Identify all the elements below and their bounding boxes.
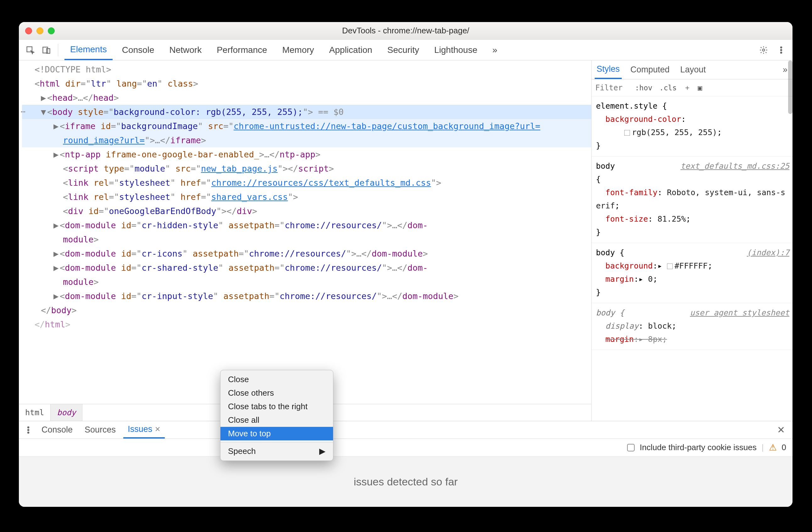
close-window-icon[interactable] bbox=[25, 27, 32, 34]
tab-application[interactable]: Application bbox=[323, 40, 378, 60]
crumb-html[interactable]: html bbox=[19, 404, 50, 421]
menu-separator bbox=[220, 442, 333, 443]
submenu-arrow-icon: ▶ bbox=[319, 446, 325, 456]
titlebar: DevTools - chrome://new-tab-page/ bbox=[19, 22, 793, 40]
menu-item-close[interactable]: Close bbox=[220, 373, 333, 386]
device-toggle-icon[interactable] bbox=[40, 43, 54, 57]
tab-elements[interactable]: Elements bbox=[64, 40, 113, 60]
dom-dm2[interactable]: ▶<dom-module id="cr-icons" assetpath="ch… bbox=[22, 247, 591, 261]
svg-point-4 bbox=[781, 46, 782, 48]
svg-point-6 bbox=[781, 52, 782, 53]
dom-dm4[interactable]: ▶<dom-module id="cr-input-style" assetpa… bbox=[22, 289, 591, 303]
svg-rect-1 bbox=[43, 47, 47, 53]
drawer-close-icon[interactable]: ✕ bbox=[773, 424, 789, 435]
svg-point-7 bbox=[28, 426, 29, 428]
issues-body: issues detected so far bbox=[19, 457, 793, 507]
zoom-window-icon[interactable] bbox=[48, 27, 55, 34]
devtools-window: DevTools - chrome://new-tab-page/ Elemen… bbox=[19, 22, 793, 507]
gear-icon[interactable] bbox=[757, 43, 770, 57]
dom-tree[interactable]: <!DOCTYPE html> <html dir="ltr" lang="en… bbox=[19, 60, 591, 404]
rule-element-style[interactable]: element.style { background-color: rgb(25… bbox=[592, 96, 793, 156]
hov-toggle[interactable]: :hov bbox=[634, 84, 653, 92]
tab-lighthouse[interactable]: Lighthouse bbox=[429, 40, 483, 60]
issues-message: issues detected so far bbox=[354, 476, 458, 488]
drawer-tab-console[interactable]: Console bbox=[37, 421, 77, 438]
drawer-tabs: Console Sources Issues✕ ✕ bbox=[19, 421, 793, 439]
drawer-tab-issues[interactable]: Issues✕ bbox=[123, 421, 165, 438]
styles-tab-computed[interactable]: Computed bbox=[629, 60, 672, 79]
scrollbar[interactable] bbox=[788, 60, 793, 114]
issues-warning-icon[interactable]: ⚠ bbox=[769, 442, 777, 453]
rule-body-ua[interactable]: user agent stylesheet body { display: bl… bbox=[592, 303, 793, 350]
dom-body-selected[interactable]: ⋯▼<body style="background-color: rgb(255… bbox=[22, 105, 591, 119]
menu-item-speech[interactable]: Speech▶ bbox=[220, 445, 333, 458]
svg-point-9 bbox=[28, 432, 29, 433]
dom-iframe[interactable]: ▶<iframe id="backgroundImage" src="chrom… bbox=[22, 119, 591, 133]
cls-toggle[interactable]: .cls bbox=[658, 84, 678, 92]
dom-script[interactable]: <script type="module" src="new_tab_page.… bbox=[22, 162, 591, 176]
dom-div[interactable]: <div id="oneGoogleBarEndOfBody"></div> bbox=[22, 204, 591, 218]
kebab-menu-icon[interactable] bbox=[774, 43, 788, 57]
panel-tabs: Elements Console Network Performance Mem… bbox=[64, 40, 503, 60]
tab-performance[interactable]: Performance bbox=[211, 40, 273, 60]
styles-filter-bar: :hov .cls ＋ ▣ bbox=[592, 79, 793, 96]
tab-console[interactable]: Console bbox=[116, 40, 160, 60]
crumb-body[interactable]: body bbox=[50, 404, 83, 421]
menu-item-close-all[interactable]: Close all bbox=[220, 413, 333, 427]
context-menu: Close Close others Close tabs to the rig… bbox=[220, 370, 333, 461]
dom-html-close[interactable]: </html> bbox=[22, 317, 591, 332]
svg-point-8 bbox=[28, 429, 29, 430]
window-title: DevTools - chrome://new-tab-page/ bbox=[342, 26, 469, 36]
tab-more[interactable]: » bbox=[487, 40, 503, 60]
dom-ntp-app[interactable]: ▶<ntp-app iframe-one-google-bar-enabled_… bbox=[22, 147, 591, 162]
styles-tab-styles[interactable]: Styles bbox=[595, 60, 622, 79]
separator bbox=[58, 44, 58, 56]
drawer-tab-sources[interactable]: Sources bbox=[80, 421, 120, 438]
svg-point-5 bbox=[781, 49, 782, 51]
styles-panel: Styles Computed Layout » :hov .cls ＋ ▣ e… bbox=[591, 60, 793, 421]
menu-item-move-top[interactable]: Move to top bbox=[220, 427, 333, 440]
main-toolbar: Elements Console Network Performance Mem… bbox=[19, 40, 793, 60]
dom-doctype[interactable]: <!DOCTYPE html> bbox=[22, 62, 591, 76]
issues-count: 0 bbox=[782, 443, 786, 452]
rule-body-md[interactable]: text_defaults_md.css:25 body{ font-famil… bbox=[592, 156, 793, 243]
svg-point-3 bbox=[763, 49, 765, 51]
styles-tab-layout[interactable]: Layout bbox=[678, 60, 708, 79]
tab-memory[interactable]: Memory bbox=[276, 40, 320, 60]
include-third-party-label: Include third-party cookie issues bbox=[640, 443, 756, 452]
drawer: Console Sources Issues✕ ✕ Include third-… bbox=[19, 421, 793, 507]
dom-link1[interactable]: <link rel="stylesheet" href="chrome://re… bbox=[22, 176, 591, 190]
dom-body-close[interactable]: </body> bbox=[22, 303, 591, 317]
toggle-sidebar-icon[interactable]: ▣ bbox=[697, 84, 704, 92]
tab-security[interactable]: Security bbox=[382, 40, 425, 60]
minimize-window-icon[interactable] bbox=[37, 27, 43, 34]
new-rule-icon[interactable]: ＋ bbox=[682, 83, 692, 93]
window-controls bbox=[25, 27, 55, 34]
menu-item-close-right[interactable]: Close tabs to the right bbox=[220, 400, 333, 413]
tab-network[interactable]: Network bbox=[163, 40, 207, 60]
include-third-party-checkbox[interactable] bbox=[627, 444, 635, 451]
dom-head[interactable]: ▶<head>…</head> bbox=[22, 91, 591, 105]
drawer-kebab-icon[interactable] bbox=[23, 423, 34, 437]
issues-toolbar: Include third-party cookie issues | ⚠ 0 bbox=[19, 439, 793, 457]
inspect-element-icon[interactable] bbox=[23, 43, 37, 57]
dom-dm3[interactable]: ▶<dom-module id="cr-shared-style" assetp… bbox=[22, 261, 591, 275]
dom-link2[interactable]: <link rel="stylesheet" href="shared_vars… bbox=[22, 190, 591, 204]
dom-html[interactable]: <html dir="ltr" lang="en" class> bbox=[22, 76, 591, 91]
styles-filter-input[interactable] bbox=[595, 83, 629, 93]
dom-dm1[interactable]: ▶<dom-module id="cr-hidden-style" assetp… bbox=[22, 218, 591, 232]
menu-item-close-others[interactable]: Close others bbox=[220, 386, 333, 400]
close-tab-icon[interactable]: ✕ bbox=[155, 425, 160, 433]
styles-tabs: Styles Computed Layout » bbox=[592, 60, 793, 79]
rule-body-index[interactable]: (index):7 body { background:▸ #FFFFFF; m… bbox=[592, 243, 793, 303]
